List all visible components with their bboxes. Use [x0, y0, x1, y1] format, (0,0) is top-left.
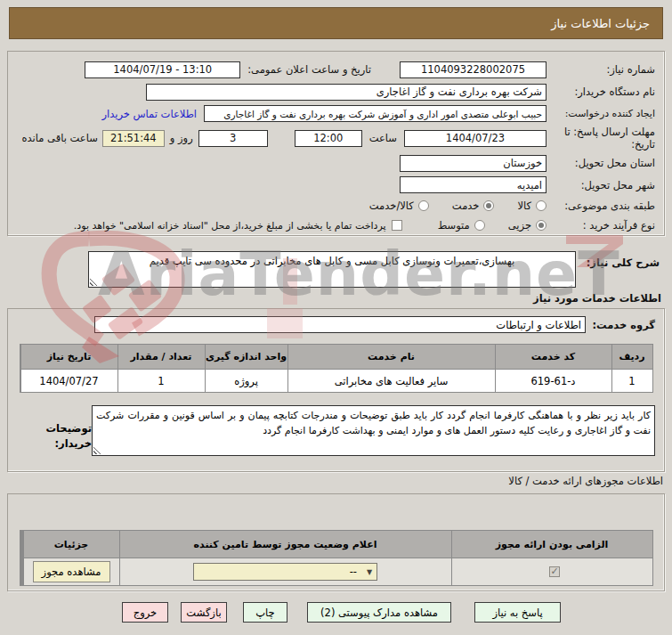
countdown-timer: 21:51:44	[102, 130, 165, 147]
footer-button-bar: پاسخ به نیاز مشاهده مدارک پیوستی (2) چاپ…	[122, 602, 561, 623]
view-license-button[interactable]: مشاهده مجوز	[33, 561, 110, 582]
need-description-textarea[interactable]: بهسازی،تعمیرات ونوسازی کابل مسی و کابل ه…	[88, 251, 576, 288]
service-group-label: گروه خدمت:	[586, 319, 655, 331]
col-header-service-name: نام خدمت	[288, 345, 495, 369]
process-type-row: نوع فرآیند خرید : جزیی متوسط پرداخت تمام…	[17, 216, 655, 235]
classification-row: طبقه بندی موضوعی: کالا خدمت کالا/خدمت	[17, 196, 655, 216]
print-button[interactable]: چاپ	[243, 602, 287, 623]
cell-license-status: ▼ --	[120, 558, 451, 585]
creator-label: ایجاد کننده درخواست:	[547, 108, 655, 120]
col-header-license-status: اعلام وضعیت مجوز توسط تامین کننده	[120, 531, 451, 558]
province-label: استان محل تحویل:	[547, 157, 655, 169]
col-header-unit: واحد اندازه گیری	[206, 345, 287, 369]
days-remaining-field[interactable]: 3	[198, 130, 268, 147]
cell-service-code: 619-61-د	[496, 370, 611, 392]
buyer-org-label: نام دستگاه خریدار:	[547, 85, 655, 98]
col-header-license-required: الزامی بودن ارائه مجوز	[452, 531, 652, 558]
need-number-label: شماره نیاز:	[547, 63, 655, 76]
remaining-hours-label: ساعت باقی مانده	[22, 132, 98, 144]
license-required-checkbox: ✓	[549, 566, 560, 577]
deadline-label: مهلت ارسال پاسخ: تا تاریخ:	[547, 126, 655, 151]
buyer-org-field[interactable]: شرکت بهره برداری نفت و گاز اغاجاری	[146, 84, 547, 101]
resize-handle-icon[interactable]	[90, 278, 98, 286]
radio-goods[interactable]	[536, 200, 547, 211]
services-section-heading: اطلاعات خدمات مورد نیاز	[533, 292, 661, 305]
cell-service-name: سایر فعالیت های مخابراتی	[288, 370, 495, 392]
province-field[interactable]: خوزستان	[400, 155, 547, 172]
radio-goods-service-label[interactable]: کالا/خدمت	[369, 199, 414, 212]
treasury-note: پرداخت تمام یا بخشی از مبلغ خرید،از محل …	[74, 220, 386, 232]
col-header-need-date: تاریخ نیاز	[21, 345, 117, 369]
col-header-qty: تعداد / مقدار	[118, 345, 205, 369]
buyer-notes-label: توضیحات خریدار:	[17, 405, 92, 456]
back-button[interactable]: بازگشت	[181, 602, 227, 623]
services-table: ردیف کد خدمت نام خدمت واحد اندازه گیری ت…	[20, 344, 653, 393]
need-info-groupbox: شماره نیاز: 1104093228002075 تاریخ و ساع…	[7, 51, 665, 236]
page-title: جزئیات اطلاعات نیاز	[551, 17, 650, 30]
cell-license-required: ✓	[452, 558, 652, 585]
deadline-row: مهلت ارسال پاسخ: تا تاریخ: 1404/07/23 سا…	[17, 125, 655, 151]
need-description-label: شرح کلی نیاز:	[578, 256, 660, 269]
deadline-hour-label: ساعت	[369, 132, 397, 144]
buyer-contact-link[interactable]: اطلاعات تماس خریدار	[101, 108, 197, 120]
view-attachments-button[interactable]: مشاهده مدارک پیوستی (2)	[307, 602, 451, 623]
exit-button[interactable]: خروج	[122, 602, 168, 623]
treasury-checkbox[interactable]	[392, 220, 402, 231]
cell-unit: پروژه	[206, 370, 287, 392]
service-group-field[interactable]: اطلاعات و ارتباطات	[94, 316, 586, 333]
radio-medium[interactable]	[474, 220, 485, 231]
deadline-date-field[interactable]: 1404/07/23	[404, 130, 547, 147]
cell-details: مشاهده مجوز	[24, 558, 119, 585]
resize-handle-icon[interactable]	[93, 446, 101, 454]
licenses-groupbox: الزامی بودن ارائه مجوز اعلام وضعیت مجوز …	[7, 493, 665, 591]
radio-service-label[interactable]: خدمت	[452, 199, 480, 212]
chevron-down-icon: ▼	[362, 568, 376, 576]
radio-service[interactable]	[483, 200, 494, 211]
days-label: روز و	[170, 132, 193, 144]
need-details-page: جزئیات اطلاعات نیاز شماره نیاز: 11040932…	[0, 0, 672, 635]
services-groupbox: گروه خدمت: اطلاعات و ارتباطات ردیف کد خد…	[7, 308, 665, 472]
buyer-notes-row: کار باید زیر نظر و با هماهنگی کارفرما ان…	[17, 405, 655, 456]
license-status-dropdown[interactable]: ▼ --	[193, 563, 377, 581]
service-group-row: گروه خدمت: اطلاعات و ارتباطات	[17, 316, 655, 333]
licenses-table: الزامی بودن ارائه مجوز اعلام وضعیت مجوز …	[20, 530, 653, 586]
licenses-section-heading: اطلاعات مجوزهای ارائه خدمت / کالا	[508, 475, 663, 487]
page-title-bar: جزئیات اطلاعات نیاز	[9, 7, 663, 39]
creator-row: ایجاد کننده درخواست: حبیب ابوعلی متصدی ا…	[17, 103, 655, 126]
city-label: شهر محل تحویل:	[547, 179, 655, 191]
process-type-label: نوع فرآیند خرید :	[547, 219, 655, 232]
buyer-notes-textarea[interactable]: کار باید زیر نظر و با هماهنگی کارفرما ان…	[92, 405, 655, 456]
radio-partial[interactable]	[536, 220, 547, 231]
deadline-time-field[interactable]: 12:00	[295, 130, 362, 147]
radio-goods-label[interactable]: کالا	[517, 199, 531, 212]
classification-label: طبقه بندی موضوعی:	[547, 199, 655, 212]
cell-need-date: 1404/07/27	[21, 370, 117, 392]
city-row: شهر محل تحویل: امیدیه	[17, 174, 655, 196]
announce-datetime-field[interactable]: 1404/07/19 - 13:10	[85, 61, 240, 78]
buyer-org-row: نام دستگاه خریدار: شرکت بهره برداری نفت …	[17, 81, 655, 103]
col-header-service-code: کد خدمت	[496, 345, 611, 369]
province-row: استان محل تحویل: خوزستان	[17, 152, 655, 175]
radio-partial-label[interactable]: جزیی	[508, 219, 531, 232]
respond-to-need-button[interactable]: پاسخ به نیاز	[474, 602, 561, 623]
creator-field[interactable]: حبیب ابوعلی متصدی امور اداری و آموزش شرک…	[204, 105, 547, 122]
radio-goods-service[interactable]	[418, 200, 429, 211]
col-header-details: جزئیات	[24, 531, 119, 558]
col-header-row-index: ردیف	[612, 345, 652, 369]
radio-medium-label[interactable]: متوسط	[438, 219, 470, 232]
announce-datetime-label: تاریخ و ساعت اعلان عمومی:	[247, 63, 371, 76]
city-field[interactable]: امیدیه	[400, 176, 547, 193]
need-number-field[interactable]: 1104093228002075	[400, 61, 547, 78]
cell-row-index: 1	[612, 370, 652, 392]
need-number-row: شماره نیاز: 1104093228002075 تاریخ و ساع…	[17, 59, 655, 81]
cell-qty: 1	[118, 370, 205, 392]
